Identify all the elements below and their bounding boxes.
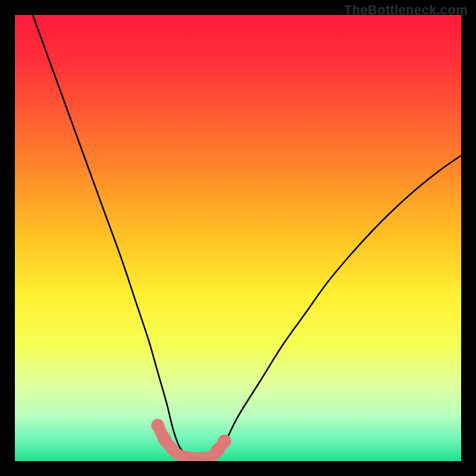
band-endpoint-dot bbox=[158, 433, 171, 446]
band-endpoint-dot bbox=[151, 419, 164, 432]
chart-frame: TheBottleneck.com bbox=[0, 0, 476, 476]
chart-svg bbox=[15, 15, 461, 461]
watermark-text: TheBottleneck.com bbox=[344, 2, 468, 18]
gradient-background bbox=[15, 15, 461, 461]
band-endpoint-dot bbox=[218, 434, 231, 447]
plot-area bbox=[15, 15, 461, 461]
